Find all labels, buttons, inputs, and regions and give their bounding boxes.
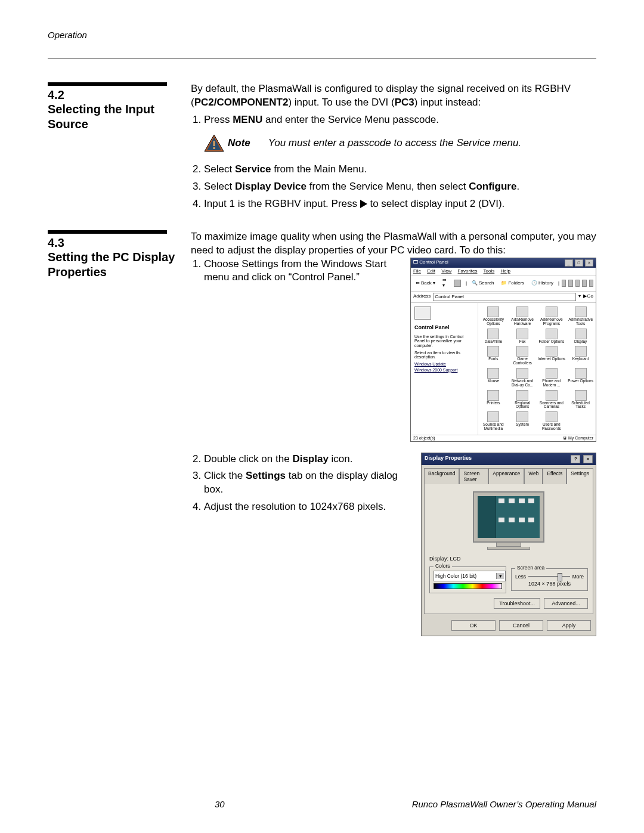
cp-menu-bar[interactable]: File Edit View Favorites Tools Help <box>411 268 596 276</box>
applet-label: Fonts <box>479 357 507 361</box>
svg-rect-2 <box>213 141 215 146</box>
monitor-preview <box>467 491 550 550</box>
applet-label: Keyboard <box>566 357 595 361</box>
resolution-slider[interactable] <box>528 576 570 577</box>
cp-icon-item[interactable]: System <box>509 411 537 431</box>
applet-icon <box>575 368 587 379</box>
close-icon[interactable]: × <box>585 259 593 267</box>
tool-icon[interactable] <box>575 280 580 287</box>
cp-icon-item[interactable]: Date/Time <box>479 329 507 344</box>
cp-icon-item[interactable]: Fonts <box>479 346 507 366</box>
menu-file[interactable]: File <box>413 268 421 274</box>
colors-select[interactable]: High Color (16 bit) ▾ <box>434 571 506 581</box>
cp-side-desc2: Select an item to view its description. <box>414 351 474 360</box>
apply-button[interactable]: Apply <box>547 620 591 631</box>
applet-label: Users and Passwords <box>538 423 566 431</box>
note-text: You must enter a passcode to access the … <box>268 137 521 149</box>
cp-icon-item[interactable]: Scheduled Tasks <box>566 390 595 410</box>
applet-label: Mouse <box>479 379 507 383</box>
go-button[interactable]: ▶Go <box>583 294 593 299</box>
color-depth-preview <box>434 583 502 589</box>
applet-icon <box>487 390 499 401</box>
minimize-icon[interactable]: _ <box>565 259 573 267</box>
cp-icon-item[interactable]: Add/Remove Programs <box>538 306 566 326</box>
menu-favorites[interactable]: Favorites <box>458 268 478 274</box>
folders-button[interactable]: 📁Folders <box>499 280 527 287</box>
search-button[interactable]: 🔍Search <box>469 280 496 287</box>
link-windows-support[interactable]: Windows 2000 Support <box>414 368 474 373</box>
back-button[interactable]: ⬅ Back ▾ <box>413 280 438 287</box>
chevron-down-icon[interactable]: ▾ <box>496 573 504 579</box>
cp-icon-item[interactable]: Administrative Tools <box>566 306 595 326</box>
menu-view[interactable]: View <box>441 268 451 274</box>
t: ) input. To use the DVI ( <box>288 97 394 108</box>
cp-icon-item[interactable]: Scanners and Cameras <box>538 390 566 410</box>
cp-icon-item[interactable]: Phone and Modem ... <box>538 368 566 388</box>
applet-icon <box>575 390 587 401</box>
slider-more-label: More <box>572 574 584 580</box>
cp-icon-item[interactable]: Network and Dial-up Co... <box>509 368 537 388</box>
address-input[interactable] <box>433 293 576 301</box>
cp-side-title: Control Panel <box>414 325 474 331</box>
cp-icon-item[interactable]: Mouse <box>479 368 507 388</box>
cp-icon-item[interactable]: Keyboard <box>566 346 595 366</box>
t: . <box>516 181 519 192</box>
ok-button[interactable]: OK <box>451 620 496 631</box>
tab-screensaver[interactable]: Screen Saver <box>459 468 488 484</box>
tab-settings[interactable]: Settings <box>566 468 593 484</box>
maximize-icon[interactable]: □ <box>575 259 583 267</box>
menu-help[interactable]: Help <box>501 268 510 274</box>
slider-less-label: Less <box>515 574 526 580</box>
cancel-button[interactable]: Cancel <box>499 620 543 631</box>
applet-label: Accessibility Options <box>479 318 507 326</box>
section-number-43: 4.3 <box>48 236 185 250</box>
cp-icon-item[interactable]: Regional Options <box>509 390 537 410</box>
address-dropdown-icon[interactable]: ▾ <box>578 294 581 299</box>
cp-icon-item[interactable]: Folder Options <box>538 329 566 344</box>
tab-appearance[interactable]: Appearance <box>488 468 524 484</box>
history-button[interactable]: 🕓History <box>529 280 556 287</box>
t: Settings <box>246 470 286 481</box>
cp-icon-item[interactable]: Printers <box>479 390 507 410</box>
applet-label: Game Controllers <box>509 357 537 366</box>
address-label: Address <box>413 294 431 299</box>
help-icon[interactable]: ? <box>571 455 580 463</box>
cp-icon-item[interactable]: Fax <box>509 329 537 344</box>
tool-icon[interactable] <box>582 280 586 287</box>
applet-icon <box>546 368 558 379</box>
tool-icon[interactable] <box>562 280 566 287</box>
manual-title: Runco PlasmaWall Owner’s Operating Manua… <box>225 799 596 809</box>
cp-icon-item[interactable]: Display <box>566 329 595 344</box>
link-windows-update[interactable]: Windows Update <box>414 362 474 367</box>
tab-background[interactable]: Background <box>424 468 459 484</box>
applet-label: Power Options <box>566 379 595 383</box>
applet-label: System <box>509 423 537 427</box>
forward-button[interactable]: ➡ ▾ <box>440 277 449 290</box>
applet-label: Scanners and Cameras <box>538 401 566 410</box>
advanced-button[interactable]: Advanced... <box>544 598 588 609</box>
cp-icon-item[interactable]: Sounds and Multimedia <box>479 411 507 431</box>
t: Select <box>204 163 235 175</box>
tab-web[interactable]: Web <box>524 468 543 484</box>
applet-icon <box>487 329 499 339</box>
cp-icon-item[interactable]: Accessibility Options <box>479 306 507 326</box>
views-icon[interactable] <box>589 280 593 287</box>
troubleshoot-button[interactable]: Troubleshoot... <box>494 598 540 609</box>
tool-icon[interactable] <box>568 280 572 287</box>
status-object-count: 23 object(s) <box>413 436 435 441</box>
screen-area-legend: Screen area <box>515 565 546 571</box>
cp-icon-item[interactable]: Internet Options <box>538 346 566 366</box>
close-icon[interactable]: × <box>583 455 593 463</box>
cp-icon-item[interactable]: Game Controllers <box>509 346 537 366</box>
applet-label: Scheduled Tasks <box>566 401 595 410</box>
warning-icon <box>204 134 224 152</box>
up-button[interactable] <box>451 278 463 288</box>
cp-icon-item[interactable]: Users and Passwords <box>538 411 566 431</box>
menu-tools[interactable]: Tools <box>484 268 495 274</box>
applet-icon <box>516 346 528 357</box>
cp-icon-item[interactable]: Power Options <box>566 368 595 388</box>
tab-effects[interactable]: Effects <box>543 468 566 484</box>
menu-edit[interactable]: Edit <box>427 268 435 274</box>
cp-icon-item[interactable]: Add/Remove Hardware <box>509 306 537 326</box>
slider-thumb[interactable] <box>558 573 562 581</box>
